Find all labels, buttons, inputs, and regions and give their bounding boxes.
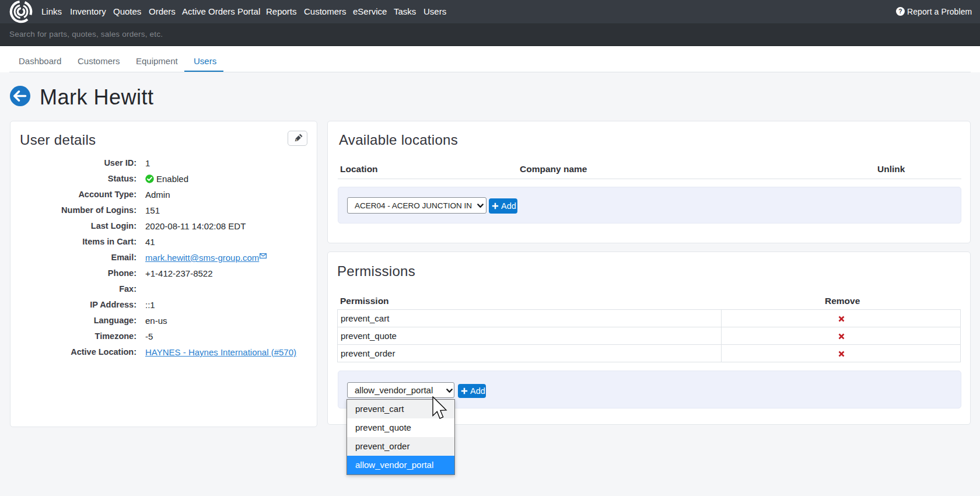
svg-text:?: ? [898, 8, 902, 15]
